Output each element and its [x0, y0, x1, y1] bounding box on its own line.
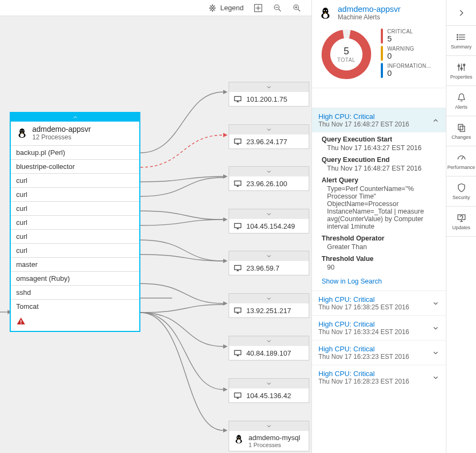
node-expand-button[interactable] [229, 82, 309, 92]
svg-line-79 [461, 157, 463, 159]
svg-point-54 [237, 440, 241, 443]
process-item[interactable]: curl [11, 201, 139, 215]
svg-point-59 [323, 13, 328, 18]
alert-item: High CPU: CriticalThu Nov 17 16:33:24 ES… [312, 315, 446, 340]
svg-point-0 [211, 7, 213, 9]
target-node[interactable]: 40.84.189.107 [229, 336, 309, 360]
node-expand-button[interactable] [229, 125, 309, 135]
chevron-down-icon [266, 168, 272, 175]
target-node[interactable]: 101.200.1.75 [229, 82, 309, 107]
process-item[interactable]: backup.pl (Perl) [11, 145, 139, 159]
field-value: Type=Perf CounterName="% Processor Time"… [322, 185, 438, 230]
process-item[interactable]: curl [11, 173, 139, 187]
node-expand-button[interactable] [229, 379, 309, 388]
chevron-down-icon [266, 211, 272, 217]
alert-header[interactable]: High CPU: CriticalThu Nov 17 16:38:25 ES… [312, 291, 446, 315]
linux-icon [233, 434, 244, 444]
rail-collapse-button[interactable] [446, 0, 476, 26]
donut-chart: 5 TOTAL [319, 27, 373, 81]
svg-marker-12 [223, 90, 228, 94]
rail-item-security[interactable]: Security [446, 176, 476, 207]
svg-line-6 [279, 9, 281, 11]
svg-marker-14 [223, 174, 228, 179]
gauge-icon [456, 152, 467, 163]
alert-time: Thu Nov 17 16:28:23 EST 2016 [318, 378, 409, 385]
target-node[interactable]: 23.96.26.100 [229, 166, 309, 191]
alert-time: Thu Nov 17 16:38:25 EST 2016 [318, 303, 409, 311]
node-expand-button[interactable] [229, 167, 309, 176]
process-item[interactable]: curl [11, 229, 139, 243]
rail-label: Performance [447, 165, 475, 170]
rail-item-changes[interactable]: Changes [446, 116, 476, 146]
fit-button[interactable] [253, 3, 263, 13]
rail-label: Properties [450, 74, 472, 80]
svg-point-60 [324, 10, 325, 11]
target-node[interactable]: 104.45.154.249 [229, 209, 309, 233]
node-ip: 23.96.24.177 [246, 138, 287, 146]
chevron-down-icon [266, 253, 272, 259]
process-item[interactable]: curl [11, 187, 139, 201]
rail-item-performance[interactable]: Performance [446, 146, 476, 176]
node-ip: 104.45.136.42 [246, 392, 291, 400]
machine-alert-badge[interactable] [11, 313, 139, 331]
svg-marker-19 [223, 387, 228, 392]
side-rail: Summary Properties Alerts Changes Perfor… [446, 0, 476, 453]
dependency-canvas[interactable]: admdemo-appsvr 12 Processes backup.pl (P… [0, 16, 311, 453]
zoom-out-icon [273, 3, 282, 13]
node-ip: 23.96.26.100 [246, 180, 287, 188]
machine-collapse-button[interactable] [11, 113, 139, 122]
svg-point-25 [23, 130, 24, 131]
process-item[interactable]: curl [11, 215, 139, 229]
field-value: Thu Nov 17 16:48:27 EST 2016 [322, 165, 438, 172]
node-ip: 104.45.154.249 [246, 222, 295, 230]
process-item[interactable]: master [11, 257, 139, 271]
alert-time: Thu Nov 17 16:48:27 EST 2016 [318, 121, 409, 128]
alert-header[interactable]: High CPU: CriticalThu Nov 17 16:33:24 ES… [312, 316, 446, 340]
severity-list: CRITICAL5 WARNING0 INFORMATION...0 [381, 29, 438, 80]
machine-card[interactable]: admdemo-appsvr 12 Processes backup.pl (P… [10, 112, 140, 332]
alert-title: High CPU: Critical [318, 345, 409, 353]
target-node[interactable]: 13.92.251.217 [229, 293, 309, 318]
svg-rect-28 [235, 96, 241, 101]
severity-row: INFORMATION...0 [381, 63, 438, 78]
node-expand-button[interactable] [229, 294, 309, 303]
node-expand-button[interactable] [229, 336, 309, 346]
process-item[interactable]: bluestripe-collector [11, 159, 139, 173]
process-item[interactable]: sshd [11, 285, 139, 299]
field-label: Query Execution End [322, 156, 438, 164]
svg-rect-43 [235, 308, 241, 312]
rail-item-alerts[interactable]: Alerts [446, 86, 476, 116]
rail-item-properties[interactable]: Properties [446, 56, 476, 86]
alert-icon [16, 316, 26, 326]
alert-header[interactable]: High CPU: CriticalThu Nov 17 16:28:23 ES… [312, 365, 446, 390]
rail-item-summary[interactable]: Summary [446, 26, 476, 56]
svg-point-56 [239, 437, 240, 438]
svg-line-10 [298, 9, 300, 11]
zoom-in-button[interactable] [292, 3, 302, 13]
rail-label: Summary [451, 44, 472, 49]
target-node[interactable]: 23.96.24.177 [229, 124, 309, 149]
monitor-icon [233, 179, 242, 188]
alert-header[interactable]: High CPU: CriticalThu Nov 17 16:23:23 ES… [312, 341, 446, 365]
legend-button[interactable]: Legend [208, 3, 244, 13]
severity-row: CRITICAL5 [381, 29, 438, 44]
node-expand-button[interactable] [229, 421, 309, 431]
show-in-log-search-link[interactable]: Show in Log Search [322, 278, 382, 285]
node-expand-button[interactable] [229, 251, 309, 261]
target-machine-node[interactable]: admdemo-mysql 1 Processes [229, 421, 309, 451]
machine-subtitle: 12 Processes [32, 133, 91, 141]
node-expand-button[interactable] [229, 209, 309, 219]
process-item[interactable]: Tomcat [11, 299, 139, 313]
svg-marker-13 [223, 133, 228, 137]
target-node[interactable]: 23.96.59.7 [229, 251, 309, 275]
process-item[interactable]: omsagent (Ruby) [11, 271, 139, 285]
alert-time: Thu Nov 17 16:23:23 EST 2016 [318, 353, 409, 360]
process-item[interactable]: curl [11, 243, 139, 257]
zoom-out-button[interactable] [273, 3, 282, 13]
alert-title: High CPU: Critical [318, 370, 409, 378]
field-value: Thu Nov 17 16:43:27 EST 2016 [322, 144, 438, 152]
target-node[interactable]: 104.45.136.42 [229, 378, 309, 403]
rail-item-updates[interactable]: Updates [446, 207, 476, 237]
monitor-refresh-icon [456, 213, 467, 223]
alert-header[interactable]: High CPU: Critical Thu Nov 17 16:48:27 E… [312, 108, 446, 132]
